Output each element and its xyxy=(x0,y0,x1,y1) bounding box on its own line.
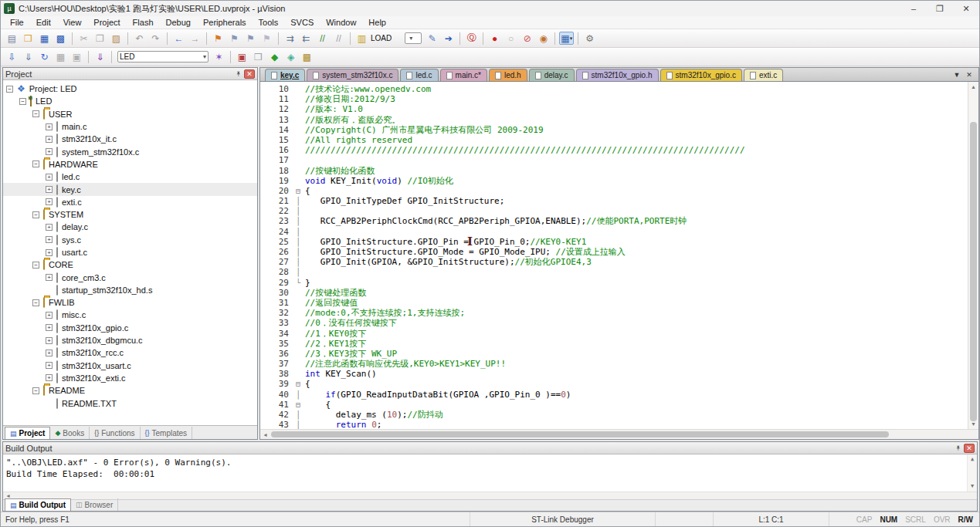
tree-item-misc-c[interactable]: +misc.c xyxy=(3,309,257,321)
comment-icon[interactable]: // xyxy=(315,32,330,45)
tree-item-readme-txt[interactable]: README.TXT xyxy=(3,397,257,409)
tree-item-main-c[interactable]: +main.c xyxy=(3,120,257,133)
tree-item-project-led[interactable]: −❖Project: LED xyxy=(3,83,257,95)
find-in-files-icon[interactable]: Ⓠ xyxy=(464,32,479,45)
build-output-hscroll[interactable]: ◂ xyxy=(3,492,977,499)
editor-tab-main-c-[interactable]: main.c* xyxy=(440,69,487,81)
tree-expander[interactable]: − xyxy=(32,160,39,167)
pack-installer-icon[interactable]: ◆ xyxy=(267,50,282,63)
tree-item-usart-c[interactable]: +usart.c xyxy=(3,246,257,258)
tree-expander[interactable]: + xyxy=(46,362,53,369)
code-area[interactable]: 10//技术论坛:www.openedv.com11//修改日期:2012/9/… xyxy=(260,82,968,429)
indent-icon[interactable]: ⇉ xyxy=(283,32,297,45)
close-button[interactable]: ✕ xyxy=(953,1,979,16)
quick-search-combo[interactable]: ▾ xyxy=(405,32,422,44)
tree-expander[interactable]: − xyxy=(32,110,39,117)
tree-expander[interactable]: + xyxy=(46,249,53,256)
pin-icon[interactable]: 🖈 xyxy=(233,69,244,79)
configure-wrench-icon[interactable]: ⚙ xyxy=(582,32,597,45)
menu-item-svcs[interactable]: SVCS xyxy=(284,17,320,28)
tree-expander[interactable]: + xyxy=(46,123,53,130)
tree-expander[interactable]: + xyxy=(46,324,53,331)
back-icon[interactable]: ← xyxy=(171,32,186,45)
tree-item-core-cm3-c[interactable]: +core_cm3.c xyxy=(3,271,257,283)
restore-button[interactable]: ❐ xyxy=(927,1,953,16)
tree-expander[interactable]: + xyxy=(46,186,53,193)
paste-icon[interactable]: ▨ xyxy=(109,32,124,45)
menu-item-help[interactable]: Help xyxy=(362,17,392,28)
fold-marker[interactable]: ⊟ xyxy=(296,400,305,410)
tree-expander[interactable]: + xyxy=(46,224,53,231)
tree-expander[interactable]: + xyxy=(46,337,53,344)
batch-build-icon[interactable]: ▦ xyxy=(53,50,68,63)
scroll-left-icon[interactable]: ◂ xyxy=(260,431,270,438)
tree-expander[interactable]: + xyxy=(46,174,53,181)
editor-tab-system-stm32f10x-c[interactable]: system_stm32f10x.c xyxy=(307,69,398,81)
tree-item-user[interactable]: −USER xyxy=(3,108,257,120)
file-extensions-icon[interactable]: ❒ xyxy=(251,50,266,63)
close-icon[interactable]: ✕ xyxy=(244,69,255,79)
tree-item-stm32f10x-rcc-c[interactable]: +stm32f10x_rcc.c xyxy=(3,346,257,359)
target-options-icon[interactable]: ✶ xyxy=(212,50,226,63)
bookmark-toggle-icon[interactable]: ⚑ xyxy=(211,32,226,45)
hscroll-thumb[interactable] xyxy=(271,431,889,437)
target-select[interactable]: LED▾ xyxy=(117,51,209,62)
software-packs-icon[interactable]: ▩ xyxy=(300,50,314,63)
stop-build-icon[interactable]: ▣ xyxy=(70,50,84,63)
breakpoint-disable-all-icon[interactable]: ◉ xyxy=(536,32,551,45)
tree-item-stm32f10x-it-c[interactable]: +stm32f10x_it.c xyxy=(3,133,257,145)
breakpoint-enable-icon[interactable]: ○ xyxy=(504,32,518,45)
build-icon[interactable]: ⇓ xyxy=(21,50,36,63)
fold-marker[interactable]: ⊟ xyxy=(296,379,305,389)
menu-item-file[interactable]: File xyxy=(4,17,30,28)
save-all-icon[interactable]: ▩ xyxy=(53,32,68,45)
tree-expander[interactable]: + xyxy=(46,374,53,381)
tab-project[interactable]: ▤Project xyxy=(5,427,50,439)
tree-expander[interactable]: − xyxy=(6,86,13,93)
menu-item-project[interactable]: Project xyxy=(87,17,126,28)
editor-horizontal-scrollbar[interactable]: ◂ xyxy=(260,429,978,439)
tree-item-led[interactable]: −LED xyxy=(3,95,257,107)
breakpoint-insert-icon[interactable]: ● xyxy=(487,32,502,45)
cut-icon[interactable]: ✂ xyxy=(76,32,91,45)
bookmark-prev-icon[interactable]: ⚑ xyxy=(243,32,258,45)
menu-item-peripherals[interactable]: Peripherals xyxy=(197,17,253,28)
tree-item-system[interactable]: −SYSTEM xyxy=(3,208,257,221)
open-folder-icon[interactable]: ❒ xyxy=(21,32,36,45)
scroll-up-icon[interactable]: ▲ xyxy=(968,454,977,465)
tree-item-stm32f10x-gpio-c[interactable]: +stm32f10x_gpio.c xyxy=(3,322,257,334)
tree-expander[interactable]: − xyxy=(19,98,26,105)
editor-tab-led-c[interactable]: led.c xyxy=(400,69,438,81)
breakpoint-kill-all-icon[interactable]: ⊘ xyxy=(520,32,534,45)
menu-item-window[interactable]: Window xyxy=(320,17,362,28)
tree-item-fwlib[interactable]: −FWLIB xyxy=(3,296,257,309)
tab-browser[interactable]: ◫Browser xyxy=(71,498,118,511)
jump-to-icon[interactable]: ➔ xyxy=(441,32,456,45)
uncomment-icon[interactable]: // xyxy=(331,32,346,45)
edit-document-icon[interactable]: ✎ xyxy=(425,32,439,45)
menu-item-debug[interactable]: Debug xyxy=(160,17,197,28)
tab-templates[interactable]: {}Templates xyxy=(141,427,193,439)
tab-functions[interactable]: {}Functions xyxy=(90,427,140,439)
load-box-icon[interactable]: ▥ xyxy=(354,32,369,45)
editor-tab-stm32f10x-gpio-h[interactable]: stm32f10x_gpio.h xyxy=(576,69,659,81)
tree-item-system-stm32f10x-c[interactable]: +system_stm32f10x.c xyxy=(3,145,257,157)
tree-expander[interactable]: − xyxy=(32,387,39,394)
copy-icon[interactable]: ❐ xyxy=(93,32,107,45)
tree-expander[interactable]: + xyxy=(46,312,53,319)
pack-update-icon[interactable]: ◈ xyxy=(283,50,298,63)
bookmark-clear-icon[interactable]: ⚑ xyxy=(259,32,274,45)
editor-tab-key-c[interactable]: key.c xyxy=(265,69,305,81)
bookmark-next-icon[interactable]: ⚑ xyxy=(227,32,242,45)
editor-tab-led-h[interactable]: led.h xyxy=(489,69,527,81)
tree-item-stm32f10x-dbgmcu-c[interactable]: +stm32f10x_dbgmcu.c xyxy=(3,334,257,346)
tree-item-hardware[interactable]: −HARDWARE xyxy=(3,158,257,171)
tree-item-startup-stm32f10x-hd-s[interactable]: startup_stm32f10x_hd.s xyxy=(3,284,257,296)
tree-item-delay-c[interactable]: +delay.c xyxy=(3,221,257,233)
tree-expander[interactable]: + xyxy=(46,236,53,243)
pin-icon[interactable]: 🖈 xyxy=(953,444,964,453)
menu-item-edit[interactable]: Edit xyxy=(30,17,57,28)
undo-icon[interactable]: ↶ xyxy=(132,32,147,45)
tree-expander[interactable]: + xyxy=(46,136,53,143)
tree-expander[interactable]: − xyxy=(32,262,39,269)
